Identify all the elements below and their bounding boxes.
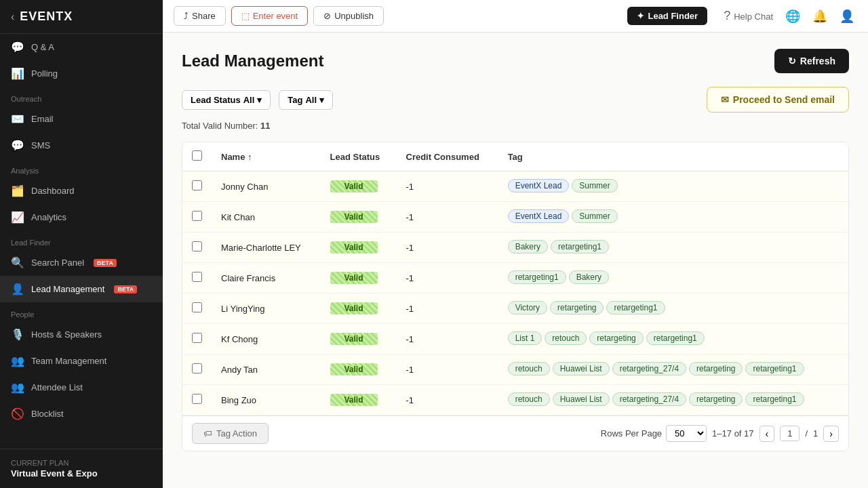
sidebar-item-label: Analytics [31, 212, 66, 222]
lead-finder-button[interactable]: ✦ Lead Finder [627, 7, 707, 25]
enter-event-button[interactable]: ⬚ Enter event [231, 6, 309, 26]
sidebar-item-team-management[interactable]: 👥Team Management [0, 348, 163, 374]
row-checkbox[interactable] [192, 241, 202, 251]
main-area: ⤴ Share ⬚ Enter event ⊘ Unpublish ✦ Lead… [163, 0, 868, 488]
send-email-icon: ✉ [721, 94, 729, 105]
leads-table: Name ↑ Lead Status Credit Consumed Tag J… [182, 142, 848, 415]
tag-action-button[interactable]: 🏷 Tag Action [192, 423, 269, 444]
row-credit: -1 [397, 232, 498, 263]
tag-pill: retargeting_27/4 [612, 392, 686, 406]
sort-icon[interactable]: ↑ [248, 152, 252, 162]
col-credit-consumed: Credit Consumed [397, 142, 498, 171]
team-management-icon: 👥 [11, 354, 24, 367]
tag-pill: retargeting1 [745, 362, 804, 375]
tag-pill: List 1 [508, 331, 542, 345]
row-lead-status: Valid [321, 202, 397, 232]
sidebar-item-lead-management[interactable]: 👤Lead ManagementBETA [0, 276, 163, 302]
row-name: Kf Chong [212, 324, 321, 354]
table-row: Kit ChanValid-1EventX LeadSummer [182, 202, 848, 232]
row-credit: -1 [397, 263, 498, 293]
row-tags: EventX LeadSummer [498, 202, 848, 232]
tag-pill: Bakery [508, 240, 548, 253]
row-checkbox[interactable] [192, 333, 202, 343]
next-page-button[interactable]: › [823, 426, 839, 442]
lead-status-filter[interactable]: Lead Status All ▾ [182, 90, 271, 110]
tag-label: Tag [288, 95, 302, 105]
row-tags: retouchHuawei Listretargeting_27/4retarg… [498, 354, 848, 385]
sidebar-item-attendee-list[interactable]: 👥Attendee List [0, 374, 163, 401]
tag-pill: retargeting [689, 392, 743, 406]
sidebar-item-label: Attendee List [31, 382, 83, 392]
sidebar-item-hosts-speakers[interactable]: 🎙️Hosts & Speakers [0, 321, 163, 348]
row-name: Marie-Charlotte LEY [212, 232, 321, 263]
plan-name: Virtual Event & Expo [11, 468, 152, 479]
sidebar-section-label: Outreach [0, 87, 163, 106]
filters-row: Lead Status All ▾ Tag All ▾ ✉ Proceed to… [182, 87, 849, 113]
row-checkbox[interactable] [192, 272, 202, 282]
rows-per-page-select[interactable]: 50 25 100 [666, 425, 707, 442]
valid-badge: Valid [330, 333, 378, 345]
sidebar-item-sms[interactable]: 💬SMS [0, 132, 163, 159]
row-tags: List 1retouchretargetingretargeting1 [498, 324, 848, 354]
refresh-icon: ↻ [788, 56, 796, 66]
row-checkbox[interactable] [192, 394, 202, 404]
row-credit: -1 [397, 354, 498, 385]
row-name: Li YingYing [212, 293, 321, 324]
prev-page-button[interactable]: ‹ [760, 426, 775, 442]
row-name: Claire Francis [212, 263, 321, 293]
sidebar-logo: ‹ EVENTX [0, 0, 163, 34]
row-credit: -1 [397, 324, 498, 354]
row-checkbox[interactable] [192, 363, 202, 373]
row-lead-status: Valid [321, 171, 397, 202]
sidebar-item-polling[interactable]: 📊Polling [0, 60, 163, 87]
row-checkbox[interactable] [192, 180, 202, 190]
row-lead-status: Valid [321, 354, 397, 385]
col-tag: Tag [498, 142, 848, 171]
sidebar-item-label: Polling [31, 68, 58, 79]
select-all-checkbox[interactable] [192, 150, 202, 161]
row-tags: Bakeryretargeting1 [498, 232, 848, 263]
tag-pill: retouch [508, 362, 550, 375]
top-nav: ⤴ Share ⬚ Enter event ⊘ Unpublish ✦ Lead… [163, 0, 868, 33]
rows-per-page: Rows Per Page 50 25 100 [601, 425, 707, 442]
sms-icon: 💬 [11, 139, 24, 152]
dashboard-icon: 🗂️ [11, 184, 24, 197]
row-credit: -1 [397, 202, 498, 232]
tag-pill: Summer [572, 209, 617, 223]
sidebar-item-label: Dashboard [31, 186, 75, 196]
row-checkbox[interactable] [192, 211, 202, 221]
tag-pill: Bakery [569, 270, 609, 284]
valid-badge: Valid [330, 211, 378, 223]
help-chat-button[interactable]: ? Help Chat [721, 6, 776, 26]
back-arrow-icon[interactable]: ‹ [11, 11, 14, 23]
sidebar-item-analytics[interactable]: 📈Analytics [0, 204, 163, 230]
lead-status-value: All [243, 95, 255, 105]
table-row: Claire FrancisValid-1retargeting1Bakery [182, 263, 848, 293]
row-tags: EventX LeadSummer [498, 171, 848, 202]
row-checkbox[interactable] [192, 302, 202, 312]
table-header: Name ↑ Lead Status Credit Consumed Tag [182, 142, 848, 171]
notification-icon-button[interactable]: 🔔 [810, 6, 830, 26]
share-button[interactable]: ⤴ Share [174, 6, 226, 26]
sidebar-item-search-panel[interactable]: 🔍Search PanelBETA [0, 249, 163, 276]
sidebar-item-label: Blocklist [31, 409, 64, 419]
lead-finder-icon: ✦ [637, 11, 644, 21]
sidebar-item-email[interactable]: ✉️Email [0, 106, 163, 132]
row-credit: -1 [397, 385, 498, 415]
tag-filter[interactable]: Tag All ▾ [279, 90, 333, 110]
table-row: Jonny ChanValid-1EventX LeadSummer [182, 171, 848, 202]
globe-icon-button[interactable]: 🌐 [783, 6, 803, 26]
row-lead-status: Valid [321, 293, 397, 324]
tag-pill: retargeting [550, 301, 604, 314]
polling-icon: 📊 [11, 67, 24, 80]
unpublish-button[interactable]: ⊘ Unpublish [313, 6, 384, 26]
user-avatar-button[interactable]: 👤 [837, 6, 857, 26]
sidebar-item-qa[interactable]: 💬Q & A [0, 34, 163, 60]
sidebar-item-dashboard[interactable]: 🗂️Dashboard [0, 178, 163, 204]
tag-pill: EventX Lead [508, 209, 570, 223]
refresh-button[interactable]: ↻ Refresh [774, 49, 849, 73]
sidebar-item-blocklist[interactable]: 🚫Blocklist [0, 401, 163, 427]
send-email-button[interactable]: ✉ Proceed to Send email [707, 87, 849, 113]
email-icon: ✉️ [11, 113, 24, 125]
unpublish-icon: ⊘ [323, 11, 331, 21]
